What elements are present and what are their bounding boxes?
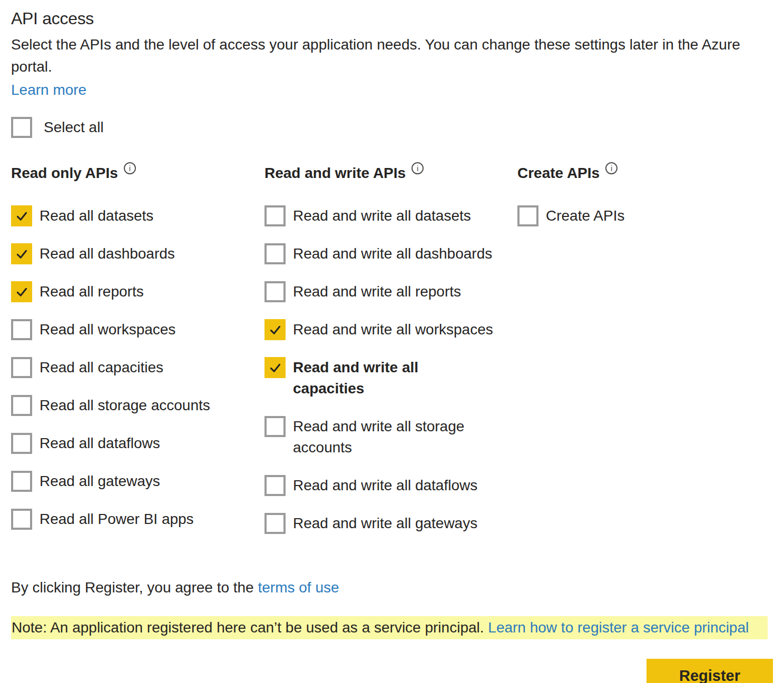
page-description: Select the APIs and the level of access … [11,34,746,78]
checkmark-icon [15,209,29,223]
checkbox-unchecked[interactable] [11,319,32,340]
checkbox-checked[interactable] [264,319,286,340]
checkbox-checked[interactable] [11,205,32,226]
learn-more-link[interactable]: Learn more [11,81,86,100]
api-checkbox-row[interactable]: Read and write all workspaces [264,319,517,340]
checkbox-checked[interactable] [264,357,286,378]
checkbox-label: Read and write all workspaces [293,319,493,340]
api-column-2: Create APIsiCreate APIs [517,164,773,243]
checkbox-unchecked[interactable] [264,513,286,534]
checkbox-label: Read all reports [40,281,144,302]
checkbox-label: Read and write all reports [293,281,461,302]
checkbox-label: Create APIs [546,205,624,226]
info-icon[interactable]: i [605,162,618,174]
api-checkbox-row[interactable]: Read and write all reports [264,281,517,302]
column-header-label: Create APIs [517,164,600,182]
register-button[interactable]: Register [646,659,773,683]
api-checkbox-row[interactable]: Read all storage accounts [11,395,264,416]
terms-of-use-link[interactable]: terms of use [258,579,339,596]
checkbox-checked[interactable] [11,281,32,302]
checkbox-unchecked[interactable] [11,471,32,492]
checkmark-icon [268,361,282,375]
column-header: Read and write APIsi [264,164,517,182]
api-checkbox-row[interactable]: Create APIs [517,205,773,226]
checkbox-label: Read all gateways [40,471,160,492]
service-principal-note: Note: An application registered here can… [11,616,768,639]
checkbox-unchecked[interactable] [11,509,32,530]
api-access-page: API access Select the APIs and the level… [0,0,784,683]
agreement-prefix: By clicking Register, you agree to the [11,579,258,596]
checkbox-label: Read and write all dataflows [293,475,477,496]
column-header: Create APIsi [517,164,773,182]
api-checkbox-row[interactable]: Read all capacities [11,357,264,378]
info-icon[interactable]: i [124,162,136,174]
register-service-principal-link[interactable]: Learn how to register a service principa… [488,619,749,636]
checkbox-unchecked[interactable] [264,416,286,437]
checkmark-icon [15,247,29,261]
checkbox-unchecked[interactable] [264,475,286,496]
info-icon[interactable]: i [411,162,424,174]
checkbox-label: Read and write all datasets [293,205,471,226]
checkbox-label: Read all capacities [40,357,163,378]
column-header-label: Read only APIs [11,164,118,182]
api-checkbox-row[interactable]: Read and write all datasets [264,205,517,226]
api-checkbox-row[interactable]: Read all datasets [11,205,264,226]
api-checkbox-row[interactable]: Read and write all storage accounts [264,416,517,458]
checkbox-unchecked[interactable] [11,433,32,454]
checkbox-label: Read and write all gateways [293,513,477,534]
note-text: Note: An application registered here can… [12,619,488,636]
api-checkbox-row[interactable]: Read and write all gateways [264,513,517,534]
api-checkbox-row[interactable]: Read and write all dashboards [264,243,517,264]
column-header-label: Read and write APIs [264,164,406,182]
checkbox-label: Read and write all storage accounts [293,416,493,458]
checkbox-unchecked[interactable] [264,205,286,226]
checkbox-unchecked[interactable] [264,243,286,264]
api-checkbox-row[interactable]: Read all dashboards [11,243,264,264]
select-all-label: Select all [44,117,104,138]
checkbox-label: Read all dashboards [40,243,175,264]
select-all-checkbox[interactable] [11,117,32,138]
checkbox-label: Read and write all dashboards [293,243,492,264]
api-columns: Read only APIsiRead all datasetsRead all… [11,164,773,551]
footer-actions: Register [11,659,773,683]
api-checkbox-row[interactable]: Read all gateways [11,471,264,492]
checkbox-label: Read all storage accounts [40,395,210,416]
checkbox-checked[interactable] [11,243,32,264]
api-column-0: Read only APIsiRead all datasetsRead all… [11,164,264,547]
checkmark-icon [15,285,29,299]
checkbox-unchecked[interactable] [11,357,32,378]
api-checkbox-row[interactable]: Read and write all dataflows [264,475,517,496]
api-checkbox-row[interactable]: Read all workspaces [11,319,264,340]
agreement-text: By clicking Register, you agree to the t… [11,578,773,597]
api-checkbox-row[interactable]: Read all dataflows [11,433,264,454]
checkbox-label: Read and write all capacities [293,357,493,399]
checkmark-icon [268,323,282,337]
checkbox-unchecked[interactable] [11,395,32,416]
checkbox-label: Read all workspaces [40,319,175,340]
page-title: API access [11,8,773,28]
checkbox-label: Read all Power BI apps [40,509,194,530]
checkbox-unchecked[interactable] [517,205,538,226]
column-header: Read only APIsi [11,164,264,182]
select-all-row[interactable]: Select all [11,117,773,138]
checkbox-label: Read all datasets [40,205,153,226]
checkbox-unchecked[interactable] [264,281,286,302]
checkbox-label: Read all dataflows [40,433,160,454]
api-checkbox-row[interactable]: Read and write all capacities [264,357,517,399]
api-checkbox-row[interactable]: Read all Power BI apps [11,509,264,530]
api-column-1: Read and write APIsiRead and write all d… [264,164,517,551]
api-checkbox-row[interactable]: Read all reports [11,281,264,302]
